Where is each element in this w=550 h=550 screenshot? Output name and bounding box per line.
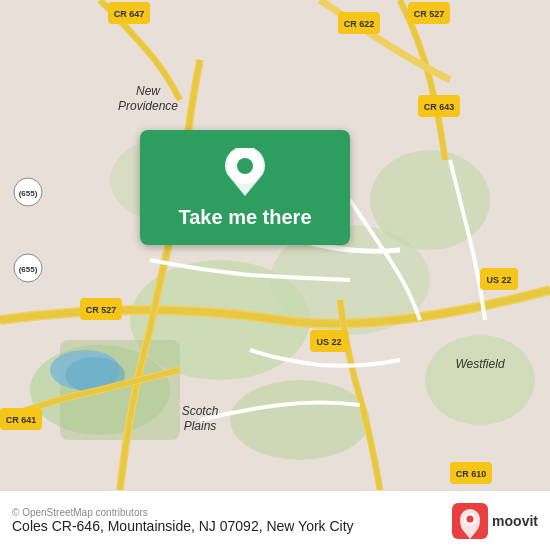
svg-text:CR 622: CR 622 — [344, 19, 375, 29]
svg-text:US 22: US 22 — [486, 275, 511, 285]
moovit-logo: moovit — [452, 503, 538, 539]
location-text: Coles CR-646, Mountainside, NJ 07092, Ne… — [12, 518, 354, 534]
take-me-there-label: Take me there — [178, 206, 311, 229]
svg-text:CR 610: CR 610 — [456, 469, 487, 479]
svg-point-8 — [230, 380, 370, 460]
footer: © OpenStreetMap contributors Coles CR-64… — [0, 490, 550, 550]
svg-point-39 — [237, 158, 253, 174]
svg-point-42 — [467, 515, 474, 522]
svg-text:New: New — [136, 84, 161, 98]
svg-text:Providence: Providence — [118, 99, 178, 113]
svg-text:Plains: Plains — [184, 419, 217, 433]
take-me-there-button[interactable]: Take me there — [140, 130, 350, 245]
location-pin-icon — [225, 148, 265, 196]
moovit-label: moovit — [492, 513, 538, 529]
svg-text:US 22: US 22 — [316, 337, 341, 347]
svg-text:CR 527: CR 527 — [414, 9, 445, 19]
svg-text:Scotch: Scotch — [182, 404, 219, 418]
svg-text:CR 647: CR 647 — [114, 9, 145, 19]
svg-point-5 — [425, 335, 535, 425]
footer-info: © OpenStreetMap contributors Coles CR-64… — [12, 507, 354, 534]
svg-text:CR 641: CR 641 — [6, 415, 37, 425]
map-background: CR 647 CR 527 CR 622 CR 643 US 22 US 22 … — [0, 0, 550, 490]
map-container: CR 647 CR 527 CR 622 CR 643 US 22 US 22 … — [0, 0, 550, 490]
svg-text:(655): (655) — [19, 265, 38, 274]
svg-text:Westfield: Westfield — [455, 357, 504, 371]
svg-point-4 — [370, 150, 490, 250]
svg-text:(655): (655) — [19, 189, 38, 198]
attribution-text: © OpenStreetMap contributors — [12, 507, 354, 518]
svg-text:CR 527: CR 527 — [86, 305, 117, 315]
moovit-icon — [452, 503, 488, 539]
svg-text:CR 643: CR 643 — [424, 102, 455, 112]
